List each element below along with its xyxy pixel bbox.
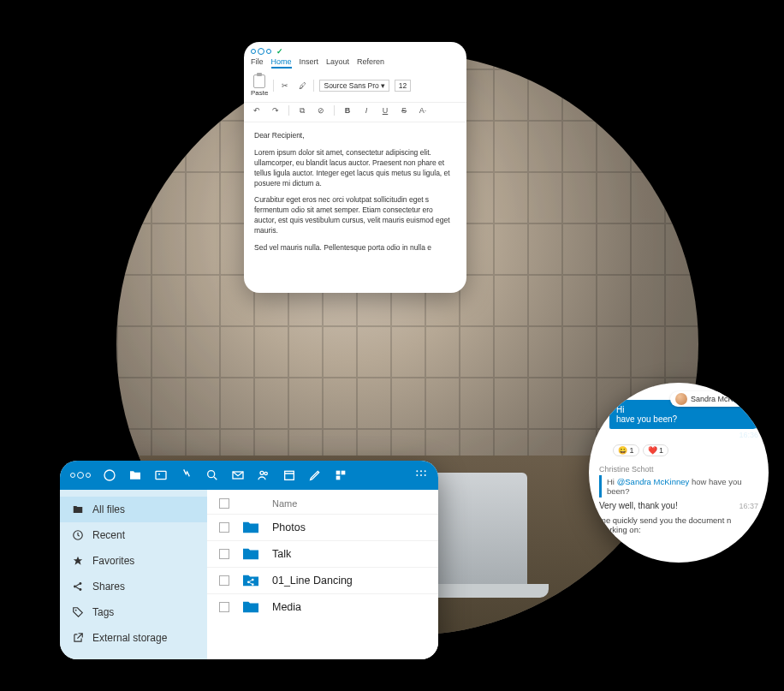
nextcloud-logo-icon	[70, 473, 91, 479]
sidebar-item-all-files[interactable]: All files	[60, 497, 207, 522]
doc-menu: File Home Insert Layout Referen	[244, 57, 466, 72]
doc-para-3: Sed vel mauris nulla. Pellentesque porta…	[254, 243, 456, 253]
clear-format-icon[interactable]: ⊘	[315, 104, 327, 116]
redo-icon[interactable]: ↷	[270, 104, 282, 116]
font-size-select[interactable]: 12	[395, 80, 411, 92]
menu-layout[interactable]: Layout	[326, 57, 349, 69]
sidebar-item-recent[interactable]: Recent	[60, 522, 207, 548]
chat-reply-quote: Hi @Sandra McKinney how have you been?	[599, 475, 758, 497]
cut-icon[interactable]: ✂	[279, 80, 291, 92]
menu-references[interactable]: Referen	[357, 57, 384, 69]
star-icon	[72, 555, 84, 567]
list-row[interactable]: Photos	[207, 514, 438, 540]
sidebar-item-label: All files	[92, 503, 125, 515]
paste-button[interactable]: Paste	[251, 74, 268, 97]
share-icon	[72, 581, 84, 593]
column-name-header[interactable]: Name	[272, 498, 297, 509]
folder-icon	[241, 599, 260, 615]
more-apps-icon[interactable]	[414, 468, 428, 482]
doc-body[interactable]: Dear Recipient, Lorem ipsum dolor sit am…	[244, 122, 466, 269]
folder-icon	[241, 520, 260, 535]
menu-home[interactable]: Home	[271, 57, 292, 69]
select-all-checkbox[interactable]	[219, 498, 229, 509]
files-window: All files Recent Favorites Shares Tags E…	[60, 461, 438, 659]
svg-point-6	[264, 472, 267, 474]
activity-icon[interactable]	[180, 468, 193, 482]
sidebar-item-label: Shares	[92, 581, 125, 593]
photos-icon[interactable]	[154, 468, 168, 482]
row-checkbox[interactable]	[219, 522, 229, 533]
row-name: Photos	[272, 521, 306, 533]
external-link-icon	[72, 632, 84, 644]
search-icon[interactable]	[205, 468, 219, 482]
undo-icon[interactable]: ↶	[251, 104, 263, 116]
chat-sender-name: Sandra McKinney	[691, 395, 751, 403]
tag-icon	[72, 606, 84, 618]
clock-icon	[72, 529, 84, 541]
list-row[interactable]: Talk	[207, 540, 438, 567]
dashboard-icon[interactable]	[103, 468, 116, 482]
row-checkbox[interactable]	[219, 575, 229, 586]
reaction-heart[interactable]: ❤️ 1	[643, 444, 669, 456]
files-icon[interactable]	[128, 468, 142, 482]
format-painter-icon[interactable]: 🖊	[296, 80, 308, 92]
chat-timestamp: 16:36	[589, 431, 769, 443]
font-size-value: 12	[399, 81, 407, 90]
svg-point-21	[75, 610, 77, 611]
svg-point-14	[416, 474, 418, 476]
document-editor-window: ✓ File Home Insert Layout Referen Paste …	[244, 42, 466, 293]
row-checkbox[interactable]	[219, 549, 229, 559]
sidebar-item-external[interactable]: External storage	[60, 625, 207, 651]
sidebar-item-label: Recent	[92, 529, 125, 541]
chat-reply[interactable]: Christine Schott Hi @Sandra McKinney how…	[589, 462, 769, 512]
avatar	[675, 393, 687, 405]
sidebar-item-tags[interactable]: Tags	[60, 599, 207, 625]
mail-icon[interactable]	[231, 468, 245, 482]
chat-followup: me quickly send you the document n worki…	[589, 512, 769, 538]
row-name: Media	[272, 601, 301, 613]
nextcloud-logo-icon	[251, 49, 271, 55]
superscript-button[interactable]: A·	[417, 104, 429, 116]
menu-file[interactable]: File	[251, 57, 264, 69]
svg-point-15	[420, 474, 422, 476]
contacts-icon[interactable]	[257, 468, 270, 482]
folder-icon	[241, 546, 260, 562]
underline-button[interactable]: U	[379, 104, 391, 116]
list-row[interactable]: Media	[207, 593, 438, 620]
svg-point-3	[208, 471, 215, 478]
sidebar-item-label: External storage	[92, 632, 167, 644]
font-name: Source Sans Pro	[324, 81, 378, 90]
deck-icon[interactable]	[334, 468, 347, 482]
svg-point-13	[425, 470, 426, 472]
mention[interactable]: @Sandra McKinney	[617, 477, 690, 486]
strike-button[interactable]: S	[398, 104, 410, 116]
chat-msg-hi: Hi	[616, 405, 624, 414]
chat-message-in[interactable]: Sandra McKinney Hi have you been?	[609, 400, 762, 429]
calendar-icon[interactable]	[282, 468, 296, 482]
reaction-smile[interactable]: 😀 1	[613, 444, 639, 456]
italic-button[interactable]: I	[360, 104, 372, 116]
sidebar-item-favorites[interactable]: Favorites	[60, 548, 207, 574]
chat-msg-line: have you been?	[616, 414, 677, 424]
list-row[interactable]: 01_Line Dancing	[207, 567, 438, 593]
sidebar-item-shares[interactable]: Shares	[60, 574, 207, 599]
chat-reply-author: Christine Schott	[599, 465, 758, 474]
row-checkbox[interactable]	[219, 602, 229, 612]
copy-icon[interactable]: ⧉	[296, 104, 308, 116]
svg-rect-1	[156, 471, 166, 479]
menu-insert[interactable]: Insert	[300, 57, 319, 69]
chat-sender-chip[interactable]: Sandra McKinney	[670, 391, 757, 407]
svg-point-11	[416, 470, 418, 472]
folder-icon	[72, 503, 84, 515]
svg-rect-7	[285, 471, 294, 480]
svg-rect-9	[342, 471, 346, 475]
save-check-icon: ✓	[276, 47, 283, 56]
notes-icon[interactable]	[308, 468, 322, 482]
doc-topbar: ✓	[244, 42, 466, 57]
svg-point-0	[104, 470, 115, 480]
svg-rect-8	[336, 471, 341, 475]
shared-folder-icon	[241, 573, 260, 588]
chat-reactions: 😀 1 ❤️ 1	[589, 443, 769, 462]
font-select[interactable]: Source Sans Pro ▾	[319, 80, 389, 92]
bold-button[interactable]: B	[342, 104, 353, 116]
